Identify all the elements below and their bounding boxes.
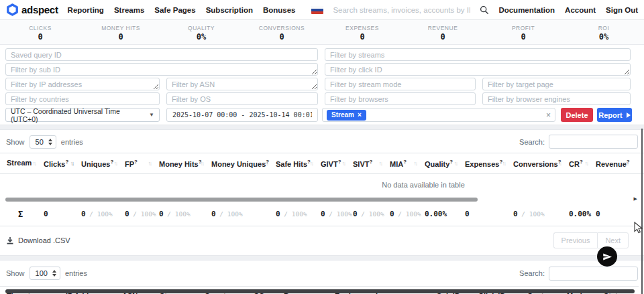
sort-icon[interactable]: ↑↓ bbox=[265, 160, 268, 167]
report-page-size-select[interactable]: 50 bbox=[30, 135, 56, 149]
header-link-sign-out[interactable]: Sign Out bbox=[606, 6, 638, 14]
filter-browsers-input[interactable] bbox=[325, 92, 476, 105]
nav-item-safe-pages[interactable]: Safe Pages bbox=[154, 6, 195, 14]
sort-icon[interactable]: ↑↓ bbox=[625, 160, 629, 167]
hscrollbar-thumb[interactable] bbox=[5, 198, 478, 202]
header-link-account[interactable]: Account bbox=[565, 6, 596, 14]
sort-icon[interactable]: ↑↓ bbox=[502, 160, 506, 167]
help-tooltip-icon[interactable]: ? bbox=[65, 159, 68, 165]
timezone-select[interactable]: UTC – Coordinated Universal Time (UTC+0)… bbox=[5, 108, 160, 122]
date-range-input[interactable] bbox=[166, 108, 318, 122]
sum-cell: 0 / 100% bbox=[314, 203, 346, 225]
group-by-multiselect[interactable]: Stream × × bbox=[322, 108, 555, 122]
column-label: Quality bbox=[425, 160, 449, 168]
column-header-clicks[interactable]: Clicks?↑↓ bbox=[37, 153, 74, 173]
filter-sub-id-textarea[interactable] bbox=[5, 63, 318, 76]
help-tooltip-icon[interactable]: ? bbox=[403, 159, 407, 165]
filter-asn-textarea[interactable] bbox=[166, 78, 318, 90]
filter-stream-mode-input[interactable] bbox=[325, 78, 476, 90]
sort-icon[interactable]: ↑↓ bbox=[558, 160, 561, 167]
report-button[interactable]: Report bbox=[597, 108, 632, 122]
telegram-chat-button[interactable] bbox=[597, 246, 617, 267]
column-header-expenses[interactable]: Expenses?↑↓ bbox=[458, 153, 506, 173]
help-tooltip-icon[interactable]: ? bbox=[580, 159, 583, 165]
clicks-table-search-input[interactable] bbox=[549, 267, 638, 281]
filter-browser-engines-input[interactable] bbox=[482, 92, 631, 105]
column-header-stream[interactable]: Stream↑↓ bbox=[0, 153, 37, 173]
filter-target-page-input[interactable] bbox=[482, 78, 631, 90]
column-header-quality[interactable]: Quality?↑↓ bbox=[418, 153, 458, 173]
nav-item-subscription[interactable]: Subscription bbox=[206, 6, 253, 14]
nav-item-streams[interactable]: Streams bbox=[114, 6, 144, 14]
sort-icon[interactable]: ↑↓ bbox=[585, 160, 588, 167]
column-header-cr[interactable]: CR?↑↓ bbox=[562, 153, 589, 173]
vertical-scrollbar[interactable] bbox=[641, 129, 643, 294]
topbar-right: DocumentationAccountSign Out bbox=[311, 5, 638, 15]
report-table-hscrollbar[interactable]: ▶ bbox=[5, 198, 639, 202]
sum-cell: 0 / 100% bbox=[506, 203, 562, 225]
sort-icon[interactable]: ↑↓ bbox=[310, 160, 313, 167]
filter-streams-input[interactable] bbox=[325, 48, 631, 61]
nav-item-bonuses[interactable]: Bonuses bbox=[263, 6, 296, 14]
column-label: Expenses bbox=[465, 160, 499, 168]
report-table-search-input[interactable] bbox=[549, 135, 638, 149]
sort-icon[interactable]: ↑↓ bbox=[201, 160, 204, 167]
entries-label: entries bbox=[61, 138, 83, 146]
stream-tag-remove-icon[interactable]: × bbox=[358, 111, 362, 119]
sum-value: 0 bbox=[211, 210, 216, 218]
filter-countries-input[interactable] bbox=[5, 92, 160, 105]
download-csv-link[interactable]: Download .CSV bbox=[6, 236, 70, 244]
filter-click-id-textarea[interactable] bbox=[325, 63, 631, 76]
sort-icon[interactable]: ↑↓ bbox=[379, 160, 382, 167]
filter-ip-addresses-textarea[interactable] bbox=[5, 78, 160, 90]
next-page-button[interactable]: Next bbox=[597, 232, 629, 248]
column-header-conversions[interactable]: Conversions?↑↓ bbox=[506, 153, 562, 173]
header-link-documentation[interactable]: Documentation bbox=[498, 6, 555, 14]
report-search-label: Search: bbox=[519, 138, 545, 146]
column-header-uniques[interactable]: Uniques?↑↓ bbox=[74, 153, 118, 173]
sort-icon[interactable]: ↑↓ bbox=[33, 160, 36, 167]
global-search-input[interactable] bbox=[333, 6, 470, 14]
sort-icon[interactable]: ↑↓ bbox=[342, 160, 345, 167]
sum-value: 0 bbox=[513, 210, 518, 218]
previous-page-button[interactable]: Previous bbox=[553, 232, 598, 248]
column-header-money-hits[interactable]: Money Hits?↑↓ bbox=[152, 153, 205, 173]
stat-value: 0 bbox=[118, 32, 123, 42]
stat-value: 0 bbox=[279, 32, 284, 42]
clicks-table-hscrollbar[interactable] bbox=[5, 289, 635, 293]
column-header-sivt[interactable]: SIVT?↑↓ bbox=[346, 153, 383, 173]
help-tooltip-icon[interactable]: ? bbox=[134, 159, 138, 165]
russian-flag-icon[interactable] bbox=[311, 6, 323, 14]
stat-label: CONVERSIONS bbox=[259, 25, 305, 31]
column-label: Stream bbox=[7, 159, 32, 167]
sort-icon[interactable]: ↑↓ bbox=[70, 160, 74, 167]
help-tooltip-icon[interactable]: ? bbox=[449, 159, 453, 165]
clicks-page-size-select[interactable]: 100 bbox=[30, 267, 60, 280]
sort-down-arrow: ↓ bbox=[311, 160, 313, 167]
help-tooltip-icon[interactable]: ? bbox=[338, 159, 341, 165]
sum-suffix: / 100% bbox=[280, 210, 307, 218]
main-nav: ReportingStreamsSafe PagesSubscriptionBo… bbox=[68, 6, 296, 14]
sum-value: 0 bbox=[353, 210, 358, 218]
column-header-givt[interactable]: GIVT?↑↓ bbox=[314, 153, 346, 173]
sort-icon[interactable]: ↑↓ bbox=[414, 160, 417, 167]
column-label: Money Hits bbox=[159, 160, 199, 168]
column-header-safe-hits[interactable]: Safe Hits?↑↓ bbox=[269, 153, 314, 173]
stream-tag[interactable]: Stream × bbox=[327, 110, 366, 121]
saved-query-id-input[interactable] bbox=[5, 48, 318, 61]
column-header-revenue[interactable]: Revenue?↑↓ bbox=[589, 153, 629, 173]
multiselect-clear-icon[interactable]: × bbox=[546, 112, 551, 119]
column-header-mia[interactable]: MIA?↑↓ bbox=[383, 153, 418, 173]
sort-icon[interactable]: ↑↓ bbox=[454, 160, 458, 167]
adspect-logo[interactable]: adspect bbox=[6, 3, 58, 16]
delete-button[interactable]: Delete bbox=[561, 108, 593, 122]
scroll-right-arrow-icon[interactable]: ▶ bbox=[634, 196, 637, 202]
column-header-money-uniques[interactable]: Money Uniques?↑↓ bbox=[205, 153, 269, 173]
search-icon[interactable] bbox=[480, 5, 489, 15]
help-tooltip-icon[interactable]: ? bbox=[369, 159, 372, 165]
sort-icon[interactable]: ↑↓ bbox=[148, 160, 152, 167]
filter-os-input[interactable] bbox=[166, 92, 318, 105]
column-header-fp[interactable]: FP?↑↓ bbox=[118, 153, 152, 173]
nav-item-reporting[interactable]: Reporting bbox=[68, 6, 104, 14]
sort-icon[interactable]: ↑↓ bbox=[114, 160, 117, 167]
